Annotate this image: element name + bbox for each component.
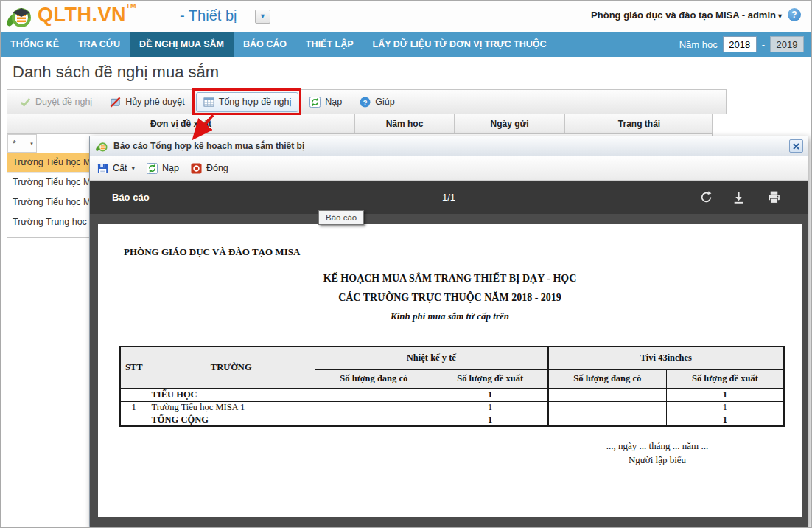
nav-item-de-nghi-mua-sam[interactable]: ĐỀ NGHỊ MUA SẮM xyxy=(130,32,234,57)
aggregate-button[interactable]: Tổng hợp đề nghị xyxy=(196,92,299,112)
report-subheader: Số lượng đề xuất xyxy=(666,369,784,389)
dialog-reload-button[interactable]: Nạp xyxy=(147,163,179,174)
report-row-school: 1 Trường Tiểu học MISA 1 1 1 xyxy=(120,401,784,414)
cancel-approval-icon xyxy=(110,97,121,108)
module-label: - Thiết bị xyxy=(180,7,237,24)
app-header: QLTH.VNTM - Thiết bị ▼ Phòng giáo dục và… xyxy=(1,1,811,32)
report-subheader: Số lượng đang có xyxy=(315,369,433,389)
report-footer: ..., ngày ... tháng ... năm ... Người lậ… xyxy=(480,439,802,467)
report-title-line1: KẾ HOẠCH MUA SẮM TRANG THIẾT BỊ DẠY - HỌ… xyxy=(98,273,802,285)
tooltip: Báo cáo xyxy=(318,210,364,225)
user-name: Phòng giáo dục và đào tạo MISA - admin xyxy=(591,10,776,21)
dialog-close-action-button[interactable]: Đóng xyxy=(191,163,228,174)
report-subheader: Số lượng đề xuất xyxy=(433,369,548,389)
report-titles: KẾ HOẠCH MUA SẮM TRANG THIẾT BỊ DẠY - HỌ… xyxy=(98,273,802,322)
report-col-school: TRƯỜNG xyxy=(147,347,315,389)
print-icon[interactable] xyxy=(767,190,781,204)
help-icon: ? xyxy=(360,97,371,108)
report-footer-signer: Người lập biểu xyxy=(480,453,802,467)
brand-title: QLTH.VNTM xyxy=(38,4,136,27)
check-icon xyxy=(20,97,31,108)
brand-tm: TM xyxy=(126,2,136,10)
nav-item-thiet-lap[interactable]: THIẾT LẬP xyxy=(296,32,363,57)
refresh-icon xyxy=(147,163,158,174)
module-dropdown-button[interactable]: ▼ xyxy=(255,10,270,24)
report-subheader: Số lượng đang có xyxy=(548,369,667,389)
report-table: STT TRƯỜNG Nhiệt kế y tế Tivi 43inches S… xyxy=(119,346,785,427)
report-org-name: PHÒNG GIÁO DỤC VÀ ĐÀO TẠO MISA xyxy=(124,246,300,258)
header-help-icon[interactable]: ? xyxy=(788,8,801,21)
column-header-nam-hoc[interactable]: Năm học xyxy=(355,114,455,133)
column-header-ngay-gui[interactable]: Ngày gửi xyxy=(455,114,565,133)
filter-dropdown-icon[interactable]: ▾ xyxy=(27,135,36,152)
report-viewer: PHÒNG GIÁO DỤC VÀ ĐÀO TẠO MISA KẾ HOẠCH … xyxy=(90,214,808,528)
filter-cell[interactable]: * ▾ xyxy=(7,134,37,153)
nav-item-thong-ke[interactable]: THỐNG KÊ xyxy=(1,32,69,57)
school-year-label: Năm học xyxy=(679,39,718,50)
user-menu[interactable]: Phòng giáo dục và đào tạo MISA - admin▾ xyxy=(591,10,782,21)
unapprove-button[interactable]: Hủy phê duyệt xyxy=(103,93,192,111)
report-viewer-toolbar: Báo cáo 1/1 xyxy=(90,181,808,214)
filter-marker: * xyxy=(13,139,16,149)
user-caret-icon: ▾ xyxy=(778,12,782,20)
column-header-don-vi[interactable]: Đơn vị đề xuất xyxy=(7,114,355,133)
viewer-report-label: Báo cáo xyxy=(112,181,150,214)
report-col-stt: STT xyxy=(120,347,147,389)
qlth-logo-icon xyxy=(7,3,33,29)
report-row-total: TỔNG CỘNG 1 1 xyxy=(120,414,784,426)
report-row-group: TIỂU HỌC 1 1 xyxy=(120,389,784,401)
main-nav: THỐNG KÊ TRA CỨU ĐỀ NGHỊ MUA SẮM BÁO CÁO… xyxy=(1,32,811,57)
panel-right-border xyxy=(727,114,727,138)
dialog-titlebar[interactable]: Báo cáo Tổng hợp kế hoạch mua sắm thiết … xyxy=(90,136,808,156)
school-year-to-input[interactable] xyxy=(770,36,804,52)
report-title-line2: CÁC TRƯỜNG TRỰC THUỘC NĂM 2018 - 2019 xyxy=(98,292,802,304)
report-group-nhiet-ke: Nhiệt kế y tế xyxy=(315,347,547,369)
nav-item-lay-du-lieu[interactable]: LẤY DỮ LIỆU TỪ ĐƠN VỊ TRỰC THUỘC xyxy=(363,32,556,57)
grid-header: Đơn vị đề xuất Năm học Ngày gửi Trạng th… xyxy=(7,114,713,134)
help-button[interactable]: ? Giúp xyxy=(353,93,401,111)
school-year-from-input[interactable] xyxy=(723,36,757,52)
svg-text:?: ? xyxy=(363,98,368,105)
dialog-toolbar: Cất ▾ Nạp Đóng xyxy=(90,156,808,181)
close-icon xyxy=(793,143,799,150)
page-indicator: 1/1 xyxy=(442,181,455,214)
list-toolbar: Duyệt đề nghị Hủy phê duyệt Tổng hợp đề … xyxy=(7,89,727,114)
app-window: QLTH.VNTM - Thiết bị ▼ Phòng giáo dục và… xyxy=(0,0,812,528)
school-year-group: Năm học - xyxy=(679,32,811,57)
page-title: Danh sách đề nghị mua sắm xyxy=(13,63,219,82)
report-footer-date: ..., ngày ... tháng ... năm ... xyxy=(480,439,802,453)
reload-button[interactable]: Nạp xyxy=(303,93,349,111)
nav-item-bao-cao[interactable]: BÁO CÁO xyxy=(234,32,296,57)
dialog-close-button[interactable] xyxy=(789,139,803,153)
stop-icon xyxy=(191,163,202,174)
report-group-tivi: Tivi 43inches xyxy=(548,347,784,369)
spreadsheet-icon xyxy=(203,97,214,108)
save-caret-icon: ▾ xyxy=(131,164,135,172)
report-dialog: Báo cáo Tổng hợp kế hoạch mua sắm thiết … xyxy=(89,136,808,527)
report-page: PHÒNG GIÁO DỤC VÀ ĐÀO TẠO MISA KẾ HOẠCH … xyxy=(98,224,802,517)
save-button[interactable]: Cất ▾ xyxy=(97,163,135,174)
dialog-logo-icon xyxy=(96,140,108,153)
download-icon[interactable] xyxy=(732,190,746,204)
column-header-trang-thai[interactable]: Trạng thái xyxy=(565,114,713,133)
nav-item-tra-cuu[interactable]: TRA CỨU xyxy=(69,32,130,57)
school-year-separator: - xyxy=(762,39,765,50)
report-subtitle: Kinh phí mua sắm từ cấp trên xyxy=(98,310,802,322)
save-icon xyxy=(97,163,108,174)
refresh-icon xyxy=(309,97,321,108)
dialog-title: Báo cáo Tổng hợp kế hoạch mua sắm thiết … xyxy=(113,141,304,151)
approve-button[interactable]: Duyệt đề nghị xyxy=(13,93,99,111)
rotate-icon[interactable] xyxy=(699,190,713,204)
